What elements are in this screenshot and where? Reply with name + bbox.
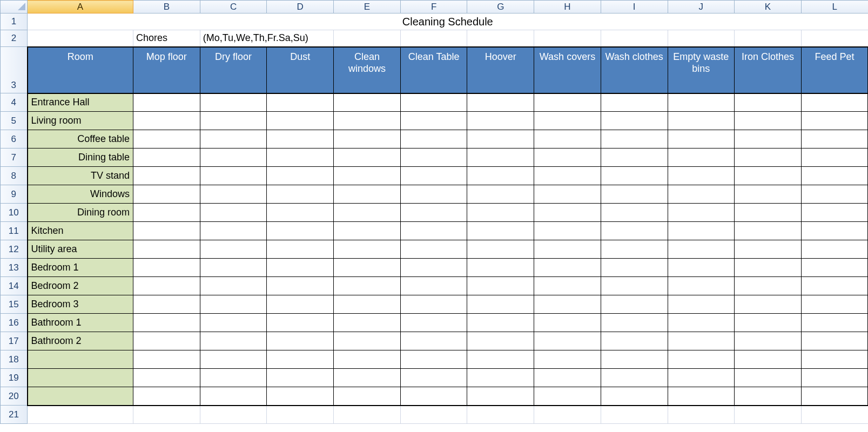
header-clean-windows[interactable]: Clean windows [334,47,401,93]
cell-E2[interactable] [334,30,401,47]
room-cell-5[interactable]: Living room [28,112,133,130]
row-header-3[interactable]: 3 [1,47,28,93]
cell-G19[interactable] [467,369,534,387]
cell-J14[interactable] [668,277,735,295]
room-cell-17[interactable]: Bathroom 2 [28,332,133,350]
room-cell-6[interactable]: Coffee table [28,130,133,148]
cell-D10[interactable] [267,204,334,222]
cell-D12[interactable] [267,240,334,259]
cell-L20[interactable] [801,387,868,406]
room-cell-19[interactable] [28,369,133,387]
header-empty-waste-bins[interactable]: Empty waste bins [668,47,735,93]
cell-B17[interactable] [133,332,200,350]
cell-G11[interactable] [467,222,534,240]
cell-C12[interactable] [200,240,267,259]
cell-C21[interactable] [200,406,267,424]
col-header-B[interactable]: B [133,1,200,14]
cell-E10[interactable] [334,204,401,222]
cell-B6[interactable] [133,130,200,148]
cell-L14[interactable] [801,277,868,295]
cell-H9[interactable] [534,185,601,204]
cell-B5[interactable] [133,112,200,130]
cell-B14[interactable] [133,277,200,295]
cell-C15[interactable] [200,295,267,314]
row-header-15[interactable]: 15 [1,295,28,314]
cell-J19[interactable] [668,369,735,387]
cell-H13[interactable] [534,259,601,277]
cell-L15[interactable] [801,295,868,314]
cell-F2[interactable] [400,30,467,47]
cell-D5[interactable] [267,112,334,130]
row-header-10[interactable]: 10 [1,204,28,222]
room-cell-8[interactable]: TV stand [28,167,133,185]
header-feed-pet[interactable]: Feed Pet [801,47,868,93]
cell-H12[interactable] [534,240,601,259]
cell-L5[interactable] [801,112,868,130]
cell-E9[interactable] [334,185,401,204]
header-wash-clothes[interactable]: Wash clothes [601,47,668,93]
cell-I2[interactable] [601,30,668,47]
header-clean-table[interactable]: Clean Table [400,47,467,93]
cell-F12[interactable] [400,240,467,259]
cell-K4[interactable] [735,93,802,112]
cell-F11[interactable] [400,222,467,240]
cell-C7[interactable] [200,148,267,167]
cell-H14[interactable] [534,277,601,295]
cell-B9[interactable] [133,185,200,204]
cell-A2[interactable] [28,30,133,47]
cell-F18[interactable] [400,350,467,369]
cell-G6[interactable] [467,130,534,148]
cell-E7[interactable] [334,148,401,167]
cell-I14[interactable] [601,277,668,295]
cell-F5[interactable] [400,112,467,130]
row-header-5[interactable]: 5 [1,112,28,130]
cell-H11[interactable] [534,222,601,240]
cell-K21[interactable] [735,406,802,424]
cell-D19[interactable] [267,369,334,387]
row-header-11[interactable]: 11 [1,222,28,240]
cell-D14[interactable] [267,277,334,295]
cell-title[interactable]: Cleaning Schedule [28,14,869,30]
cell-I5[interactable] [601,112,668,130]
cell-H17[interactable] [534,332,601,350]
cell-K14[interactable] [735,277,802,295]
cell-B16[interactable] [133,314,200,332]
cell-H19[interactable] [534,369,601,387]
cell-A21[interactable] [28,406,133,424]
cell-K20[interactable] [735,387,802,406]
room-cell-14[interactable]: Bedroom 2 [28,277,133,295]
cell-K5[interactable] [735,112,802,130]
cell-E19[interactable] [334,369,401,387]
room-cell-20[interactable] [28,387,133,406]
room-cell-12[interactable]: Utility area [28,240,133,259]
cell-I9[interactable] [601,185,668,204]
cell-F8[interactable] [400,167,467,185]
cell-C11[interactable] [200,222,267,240]
spreadsheet[interactable]: A B C D E F G H I J K L 1 Cleaning Sched… [0,0,868,424]
cell-H21[interactable] [534,406,601,424]
col-header-A[interactable]: A [28,1,133,14]
cell-H16[interactable] [534,314,601,332]
cell-I15[interactable] [601,295,668,314]
cell-G18[interactable] [467,350,534,369]
cell-J5[interactable] [668,112,735,130]
cell-H20[interactable] [534,387,601,406]
room-cell-10[interactable]: Dining room [28,204,133,222]
cell-F15[interactable] [400,295,467,314]
cell-G2[interactable] [467,30,534,47]
cell-I7[interactable] [601,148,668,167]
cell-B10[interactable] [133,204,200,222]
cell-L19[interactable] [801,369,868,387]
cell-J11[interactable] [668,222,735,240]
cell-C20[interactable] [200,387,267,406]
cell-I4[interactable] [601,93,668,112]
row-header-13[interactable]: 13 [1,259,28,277]
cell-I13[interactable] [601,259,668,277]
cell-C8[interactable] [200,167,267,185]
cell-I16[interactable] [601,314,668,332]
cell-G12[interactable] [467,240,534,259]
cell-F20[interactable] [400,387,467,406]
room-cell-13[interactable]: Bedroom 1 [28,259,133,277]
col-header-K[interactable]: K [735,1,802,14]
row-header-19[interactable]: 19 [1,369,28,387]
